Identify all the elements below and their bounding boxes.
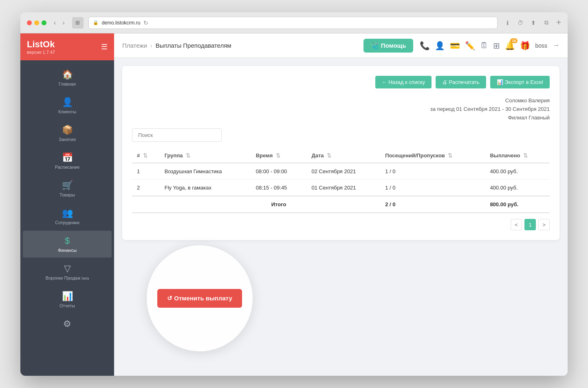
share-button[interactable]: ⬆ xyxy=(529,18,538,28)
col-date: Дата ⇅ xyxy=(306,148,380,163)
history-button[interactable]: ⏱ xyxy=(515,18,525,28)
app-layout: ListOk версия 1.7.47 ☰ 🏠 Главная 👤 Клиен… xyxy=(20,33,568,376)
help-label: Помощь xyxy=(381,42,406,49)
cell-time: 08:15 - 09:45 xyxy=(251,180,307,196)
total-row: Итого 2 / 0 800.00 руб. xyxy=(132,196,550,213)
circle-backdrop: ↺ Отменить выплату xyxy=(147,245,253,351)
refresh-button[interactable]: ↻ xyxy=(143,20,148,26)
search-input[interactable] xyxy=(132,128,222,142)
cell-num: 1 xyxy=(132,163,160,180)
cell-paid: 400.00 руб. xyxy=(485,180,550,196)
table-footer: Итого 2 / 0 800.00 руб. xyxy=(132,196,550,213)
sidebar-version: версия 1.7.47 xyxy=(27,50,55,55)
sidebar-item-goods[interactable]: 🛒 Товары xyxy=(23,175,112,202)
back-to-list-button[interactable]: ← Назад к списку xyxy=(375,76,432,88)
grid-icon-btn[interactable]: ⊞ xyxy=(493,41,500,51)
sidebar-item-label: Расписание xyxy=(55,165,80,170)
sidebar-item-reports[interactable]: 📊 Отчеты xyxy=(23,286,112,313)
edit-icon-btn[interactable]: ✏️ xyxy=(465,41,475,51)
funnel-icon: ▽ xyxy=(64,263,71,274)
clients-icon: 👤 xyxy=(62,97,73,108)
pagination-next[interactable]: > xyxy=(538,219,550,230)
contact-icon-btn[interactable]: 👤 xyxy=(435,41,445,51)
close-btn[interactable] xyxy=(27,20,32,25)
browser-actions: ℹ ⏱ ⬆ ⧉ xyxy=(502,18,551,28)
cell-date: 02 Сентября 2021 xyxy=(306,163,380,180)
help-icon: 🩺 xyxy=(371,42,379,49)
user-name: boss xyxy=(535,42,547,49)
sidebar-item-funnel[interactable]: ▽ Воронки Продаж beta xyxy=(23,258,112,285)
calendar-icon-btn[interactable]: 🗓 xyxy=(480,41,488,50)
cell-date: 01 Сентября 2021 xyxy=(306,180,380,196)
nav-buttons: ‹ › xyxy=(51,18,67,27)
sidebar-item-label: Финансы xyxy=(58,248,77,253)
report-info: Соломко Валерия за период 01 Сентября 20… xyxy=(132,97,550,122)
cancel-payment-button[interactable]: ↺ Отменить выплату xyxy=(157,289,242,308)
sidebar-menu-button[interactable]: ☰ xyxy=(101,42,108,51)
help-button[interactable]: 🩺 Помощь xyxy=(363,39,414,53)
search-bar xyxy=(132,128,550,142)
table-row: 2 Fly Yoga, в гамаках 08:15 - 09:45 01 С… xyxy=(132,180,550,196)
maximize-btn[interactable] xyxy=(42,20,46,25)
cell-num: 2 xyxy=(132,180,160,196)
col-group: Группа ⇅ xyxy=(160,148,251,163)
back-nav-button[interactable]: ‹ xyxy=(51,18,58,27)
card-icon-btn[interactable]: 💳 xyxy=(450,41,460,51)
top-bar-icons: 📞 👤 💳 ✏️ 🗓 ⊞ 🔔 16 🎁 boss → xyxy=(420,41,559,51)
sidebar-item-label: Отчеты xyxy=(59,303,75,308)
pagination-page-1[interactable]: 1 xyxy=(524,219,536,230)
breadcrumb-parent-link[interactable]: Платежи xyxy=(122,42,147,49)
sidebar-item-label: Воронки Продаж beta xyxy=(46,276,89,280)
cell-visits: 1 / 0 xyxy=(380,163,485,180)
report-name: Соломко Валерия xyxy=(132,97,550,105)
sidebar-item-label: Сотрудники xyxy=(55,220,79,225)
print-button[interactable]: 🖨 Распечатать xyxy=(436,76,486,88)
pagination: < 1 > xyxy=(132,219,550,230)
card-actions: ← Назад к списку 🖨 Распечатать 📊 Экспорт… xyxy=(132,76,550,88)
gift-icon-btn[interactable]: 🎁 xyxy=(520,41,530,51)
sidebar-header: ListOk версия 1.7.47 ☰ xyxy=(20,33,114,60)
sidebar-item-classes[interactable]: 📦 Занятия xyxy=(23,120,112,147)
export-excel-button[interactable]: 📊 Экспорт в Excel xyxy=(490,76,550,88)
breadcrumb-current: Выплаты Преподавателям xyxy=(156,42,231,49)
sidebar-item-settings[interactable]: ⚙ xyxy=(23,314,112,336)
url-text: demo.listokcrm.ru xyxy=(102,20,141,26)
traffic-lights xyxy=(27,20,46,25)
total-visits: 2 / 0 xyxy=(380,196,485,213)
table-row: 1 Воздушная Гимнастика 08:00 - 09:00 02 … xyxy=(132,163,550,180)
phone-icon-btn[interactable]: 📞 xyxy=(420,41,430,51)
notification-btn[interactable]: 🔔 16 xyxy=(505,41,515,51)
table-header: # ⇅ Группа ⇅ Время ⇅ Дата ⇅ Посещений/Пр… xyxy=(132,148,550,163)
info-button[interactable]: ℹ xyxy=(502,18,512,28)
browser-window: ‹ › ⊞ 🔒 demo.listokcrm.ru ↻ ℹ ⏱ ⬆ ⧉ + Li… xyxy=(20,12,568,376)
sidebar-item-clients[interactable]: 👤 Клиенты xyxy=(23,92,112,119)
add-tab-button[interactable]: + xyxy=(556,18,561,27)
logout-button[interactable]: → xyxy=(552,41,559,50)
report-branch: Филиал Главный xyxy=(132,114,550,122)
cell-time: 08:00 - 09:00 xyxy=(251,163,307,180)
address-bar: 🔒 demo.listokcrm.ru ↻ xyxy=(88,17,498,29)
col-num: # ⇅ xyxy=(132,148,160,163)
goods-icon: 🛒 xyxy=(62,180,73,191)
minimize-btn[interactable] xyxy=(34,20,39,25)
sidebar-item-schedule[interactable]: 📅 Расписание xyxy=(23,148,112,174)
finance-icon: $ xyxy=(65,236,70,246)
content-card: ← Назад к списку 🖨 Распечатать 📊 Экспорт… xyxy=(122,66,559,240)
home-icon: 🏠 xyxy=(62,69,73,80)
sidebar-item-finance[interactable]: $ Финансы xyxy=(23,231,112,258)
tab-view-button[interactable]: ⊞ xyxy=(72,17,84,29)
top-bar: Платежи › Выплаты Преподавателям 🩺 Помощ… xyxy=(114,33,568,58)
notification-badge: 16 xyxy=(510,38,518,43)
cell-group: Воздушная Гимнастика xyxy=(160,163,251,180)
sidebar-item-home[interactable]: 🏠 Главная xyxy=(23,64,112,91)
forward-nav-button[interactable]: › xyxy=(60,18,67,27)
main-content: Платежи › Выплаты Преподавателям 🩺 Помощ… xyxy=(114,33,568,376)
pagination-prev[interactable]: < xyxy=(511,219,522,230)
sidebar-logo: ListOk xyxy=(27,39,55,50)
page-content: ← Назад к списку 🖨 Распечатать 📊 Экспорт… xyxy=(114,58,568,376)
window-button[interactable]: ⧉ xyxy=(542,18,551,28)
sidebar-item-staff[interactable]: 👥 Сотрудники xyxy=(23,203,112,230)
sidebar: ListOk версия 1.7.47 ☰ 🏠 Главная 👤 Клиен… xyxy=(20,33,114,376)
total-empty-1 xyxy=(132,196,160,213)
browser-chrome: ‹ › ⊞ 🔒 demo.listokcrm.ru ↻ ℹ ⏱ ⬆ ⧉ + xyxy=(20,12,568,33)
